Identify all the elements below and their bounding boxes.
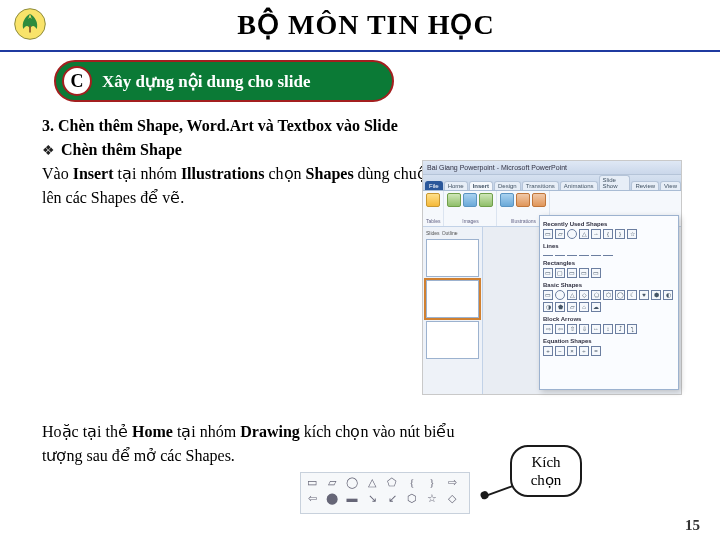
- pp-tab-insert: Insert: [469, 181, 493, 190]
- pp-tab-transitions: Transitions: [522, 181, 559, 190]
- pp-shapes-eq-row: +−×÷=: [543, 346, 675, 356]
- shape-icon: }: [423, 475, 441, 489]
- shape-icon: ⬠: [383, 475, 401, 489]
- shape-icon: [543, 251, 553, 256]
- shape-icon: ⬢: [651, 290, 661, 300]
- shape-icon: ↕: [603, 324, 613, 334]
- shape-icon: [567, 229, 577, 239]
- clipart-icon: [463, 193, 477, 207]
- shape-icon: ⇩: [579, 324, 589, 334]
- smartart-icon: [516, 193, 530, 207]
- shape-icon: ◐: [663, 290, 673, 300]
- shape-icon: ↙: [383, 491, 401, 505]
- p2-drawing: Drawing: [240, 423, 300, 440]
- pp-tab-animations: Animations: [560, 181, 598, 190]
- shape-icon: ▬: [343, 491, 361, 505]
- shape-icon: ◇: [443, 491, 461, 505]
- chart-icon: [532, 193, 546, 207]
- p2-c: tại nhóm: [173, 423, 240, 440]
- shape-icon: ⤴: [615, 324, 625, 334]
- shape-icon: ⬟: [555, 302, 565, 312]
- shape-icon: ☆: [627, 229, 637, 239]
- pp-dd-basic: Basic Shapes: [543, 282, 675, 288]
- section-letter: C: [62, 66, 92, 96]
- drawing-gallery-strip: ▭ ▱ ◯ △ ⬠ { } ⇨ ⇦ ⬤ ▬ ↘ ↙ ⬡ ☆ ◇: [300, 472, 470, 514]
- pp-dd-rects: Rectangles: [543, 260, 675, 266]
- shape-icon: ◯: [615, 290, 625, 300]
- shape-icon: ×: [567, 346, 577, 356]
- bullet-item: ❖ Chèn thêm Shape: [42, 138, 678, 162]
- p1-c: tại nhóm: [114, 165, 181, 182]
- shape-icon: ⇦: [555, 324, 565, 334]
- page-title: BỘ MÔN TIN HỌC: [22, 8, 710, 41]
- shape-icon: [579, 251, 589, 256]
- powerpoint-screenshot: Bai Giang Powerpoint - Microsoft PowerPo…: [422, 160, 682, 395]
- shape-icon: ▭: [543, 290, 553, 300]
- shape-icon: ☁: [591, 302, 601, 312]
- pp-tab-home: Home: [444, 181, 468, 190]
- pp-thumbnail-panel: Slides Outline: [423, 227, 483, 394]
- pp-thumb-2: [426, 280, 479, 318]
- shape-icon: △: [579, 229, 589, 239]
- shape-icon: ▭: [567, 268, 577, 278]
- section-pill: C Xây dựng nội dung cho slide: [54, 60, 394, 102]
- shapes-icon: [500, 193, 514, 207]
- shape-icon: ↘: [363, 491, 381, 505]
- shape-icon: ⬡: [603, 290, 613, 300]
- callout-line2: chọn: [520, 471, 572, 489]
- shape-icon: ☆: [423, 491, 441, 505]
- shape-icon: ⤵: [627, 324, 637, 334]
- bullet-text: Chèn thêm Shape: [61, 138, 182, 162]
- pp-shapes-dropdown: Recently Used Shapes ▭▱△→{}☆ Lines Recta…: [539, 215, 679, 390]
- pp-group-tables: Tables: [423, 191, 444, 226]
- p1-a: Vào: [42, 165, 73, 182]
- pp-tab-design: Design: [494, 181, 521, 190]
- callout-bubble: Kích chọn: [510, 445, 582, 497]
- p1-shapes: Shapes: [306, 165, 354, 182]
- shape-icon: △: [567, 290, 577, 300]
- shape-icon: ▢: [555, 268, 565, 278]
- page-number: 15: [685, 517, 700, 534]
- screenshot-icon: [479, 193, 493, 207]
- subsection-heading: 3. Chèn thêm Shape, Word.Art và Textbox …: [42, 114, 678, 138]
- shape-icon: [555, 251, 565, 256]
- shape-icon: [603, 251, 613, 256]
- p2-a: Hoặc tại thẻ: [42, 423, 132, 440]
- header-rule: [0, 50, 720, 52]
- shape-icon: +: [543, 346, 553, 356]
- paragraph-1: Vào Insert tại nhóm Illustrations chọn S…: [42, 162, 472, 210]
- shape-icon: →: [591, 229, 601, 239]
- pp-group-label-images: Images: [462, 218, 478, 224]
- shape-icon: ▱: [555, 229, 565, 239]
- pp-thumbs-tab-slides: Slides: [426, 230, 440, 236]
- shape-icon: ↔: [591, 324, 601, 334]
- shape-icon: ▱: [323, 475, 341, 489]
- section-title: Xây dựng nội dung cho slide: [102, 71, 311, 92]
- school-logo: [10, 4, 50, 44]
- pp-tab-slideshow: Slide Show: [599, 175, 631, 190]
- shape-icon: ◇: [579, 290, 589, 300]
- shape-icon: ⇨: [443, 475, 461, 489]
- picture-icon: [447, 193, 461, 207]
- pp-thumbs-tab-outline: Outline: [442, 230, 458, 236]
- pp-thumb-1: [426, 239, 479, 277]
- pp-titlebar: Bai Giang Powerpoint - Microsoft PowerPo…: [423, 161, 681, 175]
- pp-thumbs-tabs: Slides Outline: [426, 230, 479, 236]
- p1-insert: Insert: [73, 165, 114, 182]
- pp-ribbon-tabs: File Home Insert Design Transitions Anim…: [423, 175, 681, 191]
- pp-dd-equation: Equation Shapes: [543, 338, 675, 344]
- callout-pointer: [485, 485, 514, 497]
- shape-icon: ▭: [303, 475, 321, 489]
- shape-icon: ◯: [343, 475, 361, 489]
- pp-group-label-tables: Tables: [426, 218, 440, 224]
- pp-tab-file: File: [425, 181, 443, 190]
- shape-icon: ⬤: [323, 491, 341, 505]
- shape-icon: △: [363, 475, 381, 489]
- callout-line1: Kích: [520, 453, 572, 471]
- shape-icon: ÷: [579, 346, 589, 356]
- shape-icon: {: [603, 229, 613, 239]
- shape-icon: ▭: [543, 268, 553, 278]
- shape-icon: ⬡: [403, 491, 421, 505]
- shape-icon: [591, 251, 601, 256]
- shape-icon: [555, 290, 565, 300]
